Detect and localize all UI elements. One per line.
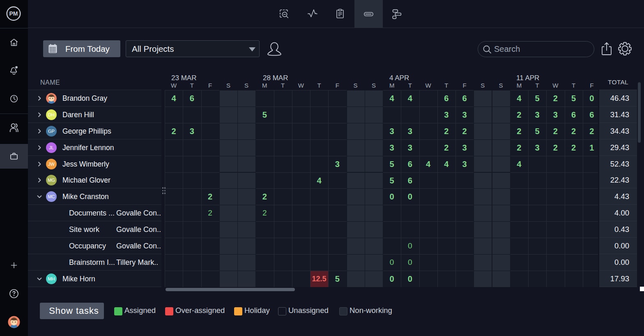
svg-text:PM: PM (9, 10, 18, 17)
